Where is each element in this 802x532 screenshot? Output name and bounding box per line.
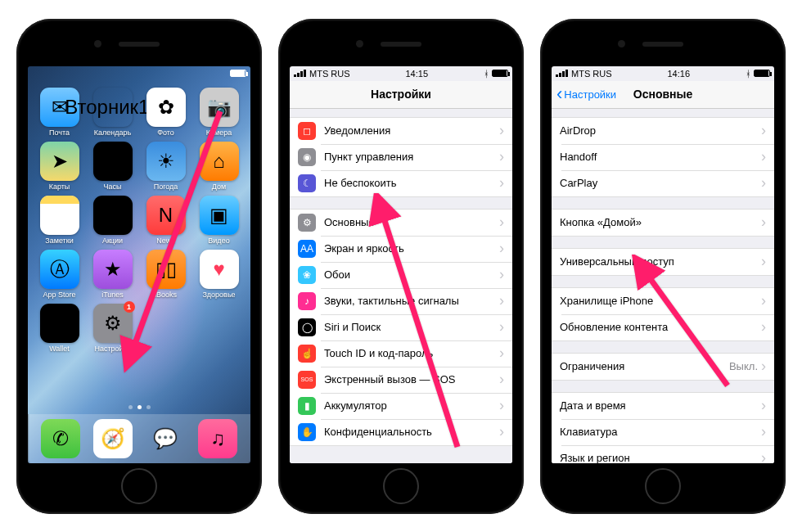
settings-row-Пункт управления[interactable]: ◉Пункт управления — [290, 144, 512, 170]
general-row-Клавиатура[interactable]: Клавиатура — [552, 419, 774, 445]
settings-row-Уведомления[interactable]: ◻Уведомления — [290, 118, 512, 144]
app-label: Видео — [208, 237, 229, 245]
carrier-label: MTS RUS — [309, 69, 350, 79]
calendar-weekday: Вторник — [65, 96, 138, 119]
nav-bar: Настройки — [290, 81, 512, 109]
general-row-CarPlay[interactable]: CarPlay — [552, 170, 774, 196]
general-row-AirDrop[interactable]: AirDrop — [552, 118, 774, 144]
app-label: Дом — [212, 183, 226, 191]
row-label: Обои — [324, 268, 499, 281]
dock-safari-icon[interactable]: 🧭 — [93, 419, 133, 458]
front-camera — [356, 40, 363, 47]
maps-icon: ➤ — [40, 142, 79, 181]
app-calendar[interactable]: Вторник10Календарь — [88, 88, 137, 137]
photos-icon: ✿ — [146, 88, 186, 127]
nav-back-button[interactable]: Настройки — [556, 88, 616, 101]
app-notes[interactable]: Заметки — [34, 196, 84, 245]
app-videos[interactable]: ▣Видео — [194, 196, 244, 245]
app-label: News — [156, 237, 175, 245]
app-health[interactable]: ♥Здоровье — [194, 250, 244, 299]
row-label: Уведомления — [324, 124, 499, 137]
app-label: Почта — [49, 128, 70, 137]
general-row-Хранилище iPhone[interactable]: Хранилище iPhone — [552, 288, 774, 314]
row-icon: SOS — [298, 371, 316, 389]
badge: 1 — [124, 301, 135, 313]
home-button[interactable] — [383, 468, 419, 504]
general-screen: MTS RUS 14:16 ᚼ Настройки Основные AirDr… — [552, 66, 774, 463]
app-grid: ✉ПочтаВторник10Календарь✿Фото📷Камера➤Кар… — [28, 81, 250, 353]
general-row-Ограничения[interactable]: ОграниченияВыкл. — [552, 354, 774, 380]
carrier-label: MTS RUS — [571, 69, 612, 79]
app-news[interactable]: NNews — [141, 196, 191, 245]
dock-music-icon[interactable]: ♫ — [198, 419, 237, 458]
settings-row-Звуки, тактильные сигналы[interactable]: ♪Звуки, тактильные сигналы — [290, 288, 512, 314]
settings-row-Конфиденциальность[interactable]: ✋Конфиденциальность — [290, 419, 512, 445]
app-label: Акции — [102, 237, 123, 245]
row-label: Siri и Поиск — [324, 321, 499, 333]
home-button[interactable] — [121, 468, 157, 504]
page-dots — [28, 405, 250, 409]
app-label: iBooks — [155, 291, 177, 299]
row-label: Хранилище iPhone — [560, 295, 761, 307]
dock-messages-icon[interactable]: 💬 — [146, 419, 185, 458]
row-icon: ◯ — [298, 318, 316, 336]
row-label: Универсальный доступ — [560, 255, 761, 268]
row-icon: ◻ — [298, 122, 316, 140]
row-icon: ♪ — [298, 292, 316, 310]
settings-row-Siri и Поиск[interactable]: ◯Siri и Поиск — [290, 314, 512, 340]
app-wallet[interactable]: ▭Wallet — [34, 304, 84, 353]
settings-row-Экран и яркость[interactable]: AAЭкран и яркость — [290, 236, 512, 262]
app-maps[interactable]: ➤Карты — [34, 142, 84, 191]
iphone-device-3: MTS RUS 14:16 ᚼ Настройки Основные AirDr… — [540, 19, 786, 514]
signal-icon — [294, 69, 307, 79]
row-value: Выкл. — [729, 360, 758, 372]
app-itunes[interactable]: ★iTunes — [88, 250, 137, 299]
row-label: Аккумулятор — [324, 399, 499, 412]
row-label: Пункт управления — [324, 151, 499, 163]
status-bar: MTS RUS 14:15 ᚼ — [290, 66, 512, 81]
settings-row-Основные[interactable]: ⚙Основные — [290, 210, 512, 236]
battery-icon — [230, 70, 246, 77]
app-label: Фото — [157, 128, 174, 137]
news-icon: N — [146, 196, 186, 235]
app-camera[interactable]: 📷Камера — [194, 88, 244, 137]
row-icon: ☝ — [298, 345, 316, 363]
row-label: Дата и время — [560, 399, 761, 412]
row-icon: AA — [298, 240, 316, 258]
app-label: Заметки — [45, 237, 73, 245]
app-label: Wallet — [49, 345, 70, 353]
settings-row-Обои[interactable]: ❀Обои — [290, 262, 512, 288]
home-icon: ⌂ — [200, 142, 239, 181]
general-row-Кнопка «Домой»[interactable]: Кнопка «Домой» — [552, 210, 774, 236]
app-label: Календарь — [94, 128, 131, 137]
app-ibooks[interactable]: ▯▯iBooks — [141, 250, 191, 299]
row-label: Клавиатура — [560, 426, 761, 438]
speaker — [381, 42, 421, 47]
stocks-icon: ✦ — [93, 196, 133, 235]
settings-row-Экстренный вызов — SOS[interactable]: SOSЭкстренный вызов — SOS — [290, 367, 512, 393]
settings-row-Не беспокоить[interactable]: ☾Не беспокоить — [290, 170, 512, 196]
app-photos[interactable]: ✿Фото — [141, 88, 191, 137]
app-home[interactable]: ⌂Дом — [194, 142, 244, 191]
app-appstore[interactable]: ⒶApp Store — [34, 250, 84, 299]
settings-row-Touch ID и код-пароль[interactable]: ☝Touch ID и код-пароль — [290, 340, 512, 367]
general-row-Обновление контента[interactable]: Обновление контента — [552, 314, 774, 340]
general-row-Handoff[interactable]: Handoff — [552, 144, 774, 170]
dock-phone-icon[interactable]: ✆ — [41, 419, 80, 458]
dock: ✆🧭💬♫ — [28, 414, 250, 463]
settings-row-Аккумулятор[interactable]: ▮Аккумулятор — [290, 393, 512, 419]
general-list: AirDropHandoffCarPlayКнопка «Домой»Униве… — [552, 109, 774, 463]
app-clock[interactable]: ◷Часы — [88, 142, 137, 191]
bluetooth-icon: ᚼ — [484, 69, 489, 79]
row-label: Кнопка «Домой» — [560, 216, 761, 228]
general-row-Язык и регион[interactable]: Язык и регион — [552, 445, 774, 463]
settings-list: ◻Уведомления◉Пункт управления☾Не беспоко… — [290, 109, 512, 463]
itunes-icon: ★ — [93, 250, 133, 289]
app-stocks[interactable]: ✦Акции — [88, 196, 137, 245]
app-weather[interactable]: ☀Погода — [141, 142, 191, 191]
app-settings[interactable]: ⚙1Настройки — [88, 304, 137, 353]
home-button[interactable] — [645, 468, 681, 504]
general-row-Универсальный доступ[interactable]: Универсальный доступ — [552, 249, 774, 275]
general-row-Дата и время[interactable]: Дата и время — [552, 393, 774, 419]
row-icon: ❀ — [298, 266, 316, 284]
